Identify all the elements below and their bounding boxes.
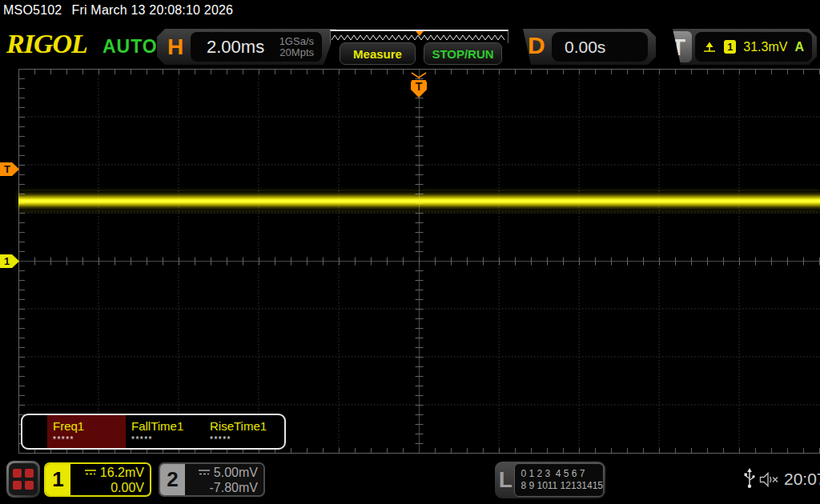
model-name: MSO5102 [3, 3, 62, 17]
measure-button[interactable]: Measure [340, 42, 416, 65]
channel1-values: 16.2mV 0.00V [70, 464, 150, 495]
channel1-scale: 16.2mV [100, 465, 144, 480]
logic-row1: 0 1 2 3 4 5 6 7 [521, 468, 603, 480]
usb-icon [744, 468, 755, 490]
channel1-trace [18, 191, 820, 210]
channel2-number: 2 [160, 464, 185, 495]
menu-button[interactable] [6, 461, 40, 498]
horizontal-label: H [167, 34, 183, 60]
stop-run-button[interactable]: STOP/RUN [424, 42, 502, 65]
timebase-value: 2.00ms [191, 37, 279, 58]
clock-text: 20:07 [784, 470, 820, 489]
delay-widget[interactable]: D 0.00s [510, 29, 656, 65]
measurement-label: FallTime1 [131, 419, 204, 433]
dc-coupling-icon [84, 468, 97, 476]
rising-edge-icon [703, 41, 717, 53]
measurement-panel: Freq1 ***** FallTime1 ***** RiseTime1 **… [21, 414, 286, 450]
speaker-muted-icon [759, 472, 781, 487]
memory-depth-value: 20Mpts [279, 47, 314, 58]
channel2-badge[interactable]: 2 5.00mV -7.80mV [159, 462, 265, 497]
graticule [18, 69, 820, 454]
measurement-label: Freq1 [53, 419, 126, 433]
dc-coupling-icon [198, 468, 211, 476]
logic-channel-list: 0 1 2 3 4 5 6 7 8 9 1011 12131415 [514, 463, 604, 497]
logic-channels-badge[interactable]: L 0 1 2 3 4 5 6 7 8 9 1011 12131415 [495, 462, 605, 498]
menu-grid-icon [9, 463, 38, 495]
rigol-logo: RIGOL [6, 29, 87, 59]
titlebar: MSO5102Fri March 13 20:08:10 2026 [3, 3, 243, 18]
channel1-offset: 0.00V [111, 480, 144, 495]
trigger-chevron-icon [410, 72, 428, 78]
delay-value: 0.00s [552, 32, 648, 62]
sample-rate-block: 1GSa/s 20Mpts [279, 36, 322, 58]
measurement-item-freq1[interactable]: Freq1 ***** [47, 415, 126, 448]
channel1-offset-marker[interactable]: 1 [0, 254, 19, 268]
horizontal-pill: 2.00ms 1GSa/s 20Mpts [191, 32, 322, 62]
trigger-position-marker[interactable]: T [410, 67, 428, 98]
channel2-offset: -7.80mV [210, 480, 258, 495]
measurement-value: ***** [53, 435, 126, 444]
trigger-label: T [665, 31, 692, 62]
sample-rate-value: 1GSa/s [279, 36, 314, 47]
trigger-level-marker[interactable]: T [0, 162, 19, 176]
measurement-item-risetime1[interactable]: RiseTime1 ***** [204, 415, 283, 448]
overview-trigger-position-icon[interactable] [416, 31, 424, 36]
waveform-overview-strip[interactable] [330, 30, 508, 43]
delay-label: D [528, 32, 545, 59]
logic-row2: 8 9 1011 12131415 [521, 480, 603, 492]
measurement-label: RiseTime1 [210, 419, 283, 433]
trigger-source-badge: 1 [724, 40, 736, 54]
measurement-item-falltime1[interactable]: FallTime1 ***** [126, 415, 204, 448]
trigger-shield-icon: T [411, 80, 427, 98]
trigger-pill: 1 31.3mV A [695, 32, 812, 62]
datetime-text: Fri March 13 20:08:10 2026 [71, 3, 233, 17]
channel2-values: 5.00mV -7.80mV [185, 464, 263, 495]
trigger-widget[interactable]: T 1 31.3mV A [661, 29, 817, 65]
trigger-level-value: 31.3mV [743, 40, 787, 54]
channel1-badge[interactable]: 1 16.2mV 0.00V [44, 462, 151, 497]
measurement-value: ***** [131, 435, 204, 444]
logic-label: L [496, 463, 514, 497]
trigger-sweep-mode: A [794, 40, 804, 54]
acquisition-mode-label: AUTO [102, 36, 158, 58]
channel1-number: 1 [46, 464, 70, 495]
channel2-scale: 5.00mV [214, 465, 258, 480]
horizontal-settings-widget[interactable]: H 2.00ms 1GSa/s 20Mpts [157, 29, 336, 65]
measurement-value: ***** [210, 435, 283, 444]
